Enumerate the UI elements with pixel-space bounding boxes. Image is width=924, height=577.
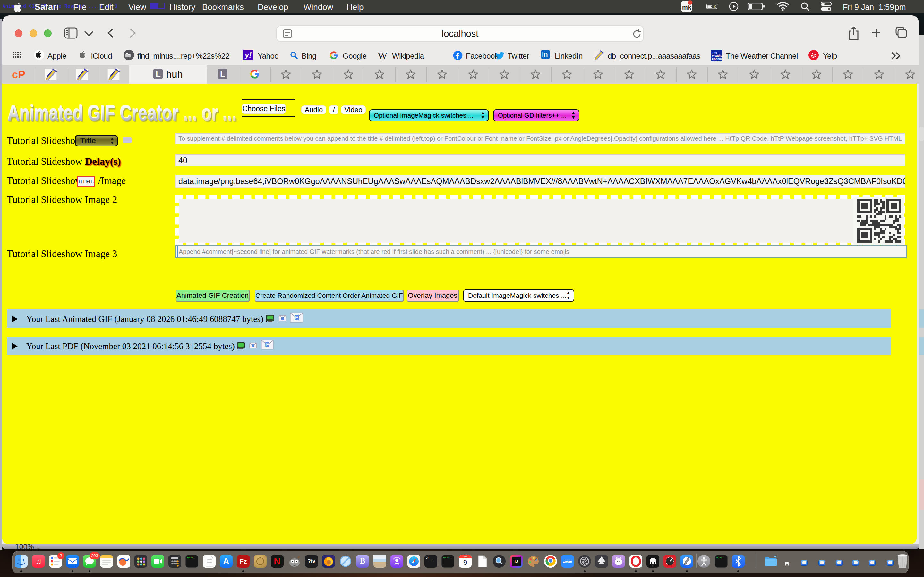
svg-text:E: E bbox=[266, 342, 269, 347]
svg-text:⌘: ⌘ bbox=[714, 5, 716, 8]
svg-text:E: E bbox=[295, 315, 298, 320]
